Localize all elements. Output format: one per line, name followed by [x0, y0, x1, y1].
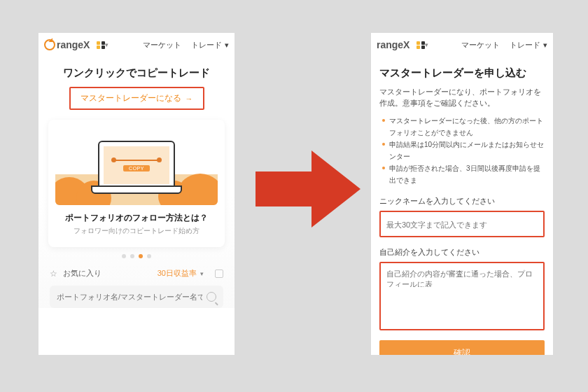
top-nav: マーケット トレード▾	[143, 40, 229, 50]
star-icon[interactable]: ☆	[50, 269, 57, 279]
chevron-down-icon: ▾	[543, 41, 547, 50]
chevron-down-icon: ▾	[105, 41, 108, 48]
nickname-input[interactable]	[386, 220, 538, 229]
laptop-icon: COPY	[98, 141, 175, 190]
logo-mark-icon	[44, 39, 55, 50]
brand-logo[interactable]: rangeX	[44, 39, 90, 50]
page-intro: マスタートレーダーになり、ポートフォリオを作成。意事項をご確認ください。	[379, 87, 545, 109]
brand-name: rangeX	[57, 39, 90, 50]
notice-item: 申請が拒否された場合、3日間以後再度申請を提出できま	[382, 162, 545, 186]
flow-arrow-icon	[255, 147, 360, 231]
card-title: ポートフォリオのフォロー方法とは？	[55, 212, 218, 224]
page-title: マスタートレーダーを申し込む	[379, 66, 545, 80]
bio-field[interactable]	[379, 262, 545, 330]
grid-view-icon[interactable]	[215, 270, 223, 278]
rate-dropdown[interactable]: 30日収益率 ▾	[158, 268, 204, 279]
nav-trade[interactable]: トレード▾	[191, 40, 229, 50]
app-header: rangeX ▾ マーケット トレード▾	[38, 33, 234, 57]
notice-item: 申請結果は10分間以内にメールまたはお知らせセンター	[382, 139, 545, 162]
notice-item: マスタートレーダーになった後、他の方のポートフォリオことができません	[382, 115, 545, 139]
arrow-right-icon: →	[186, 94, 193, 103]
become-master-button[interactable]: マスタートレーダーになる →	[69, 87, 204, 110]
illustration-copy-button: COPY	[123, 165, 150, 172]
chevron-down-icon: ▾	[200, 270, 204, 277]
screen-apply-master: rangeX ▾ マーケット トレード▾ マスタートレーダーを申し込む マスター…	[371, 33, 553, 355]
nickname-field[interactable]	[379, 211, 545, 237]
chevron-down-icon: ▾	[225, 41, 229, 50]
chevron-down-icon: ▾	[425, 41, 428, 48]
search-input[interactable]	[57, 293, 202, 301]
brand-name: rangeX	[377, 39, 410, 50]
cta-label: マスタートレーダーになる	[80, 92, 181, 104]
nav-market[interactable]: マーケット	[143, 40, 181, 50]
filter-bar: ☆ お気に入り 30日収益率 ▾	[48, 268, 225, 286]
svg-marker-0	[255, 150, 360, 227]
app-header: rangeX ▾ マーケット トレード▾	[371, 33, 553, 57]
page-title: ワンクリックでコピートレード	[48, 66, 225, 80]
bio-label: 自己紹介を入力してください	[379, 247, 545, 258]
favorite-label[interactable]: お気に入り	[63, 268, 102, 279]
tutorial-card[interactable]: COPY ポートフォリオのフォロー方法とは？ フォロワー向けのコピートレード始め…	[48, 120, 225, 247]
search-icon[interactable]	[206, 292, 216, 302]
nav-market[interactable]: マーケット	[461, 40, 500, 50]
confirm-button[interactable]: 確認	[379, 340, 545, 356]
screen-copytrade-home: rangeX ▾ マーケット トレード▾ ワンクリックでコピートレード マスター…	[38, 33, 234, 355]
carousel-dots[interactable]	[48, 254, 225, 258]
page-body: マスタートレーダーを申し込む マスタートレーダーになり、ポートフォリオを作成。意…	[371, 57, 553, 355]
search-bar[interactable]	[50, 286, 223, 308]
illustration: COPY	[55, 128, 218, 205]
bio-input[interactable]	[386, 269, 538, 287]
top-nav: マーケット トレード▾	[461, 40, 547, 50]
card-subtitle: フォロワー向けのコピートレード始め方	[55, 227, 218, 236]
notice-list: マスタートレーダーになった後、他の方のポートフォリオことができません 申請結果は…	[379, 115, 545, 186]
brand-logo[interactable]: rangeX	[377, 39, 410, 50]
apps-icon[interactable]	[92, 41, 101, 49]
page-body: ワンクリックでコピートレード マスタートレーダーになる → COPY ポートフォ…	[38, 57, 234, 308]
apps-icon[interactable]	[412, 41, 421, 49]
nickname-label: ニックネームを入力してください	[379, 196, 545, 206]
nav-trade[interactable]: トレード▾	[510, 40, 547, 50]
